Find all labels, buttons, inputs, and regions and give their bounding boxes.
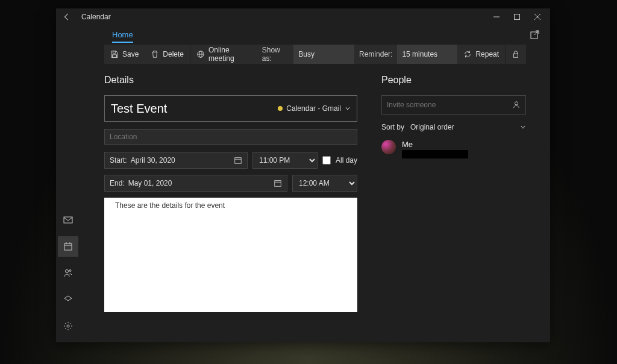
rail-mail[interactable] [58,210,78,230]
sort-by-label: Sort by [381,123,404,131]
titlebar: Calendar [56,8,550,25]
all-day-label: All day [336,156,357,165]
start-time-select[interactable]: 11:00 PM [252,152,318,169]
globe-icon [196,50,205,58]
calendar-icon [63,242,73,251]
end-time-select[interactable]: 12:00 AM [292,175,357,192]
end-label: End: [110,179,125,187]
show-as-label: Show as: [257,45,294,64]
attendee-me: Me [381,140,526,158]
reminder-label: Reminder: [354,45,397,64]
description-input[interactable] [104,198,357,312]
minimize-button[interactable] [486,8,507,25]
location-input[interactable] [104,129,357,145]
lock-icon [512,50,520,58]
end-date-field[interactable]: End: May 01, 2020 [104,175,287,192]
maximize-button[interactable] [507,8,527,25]
delete-button[interactable]: Delete [145,45,190,64]
all-day-checkbox[interactable] [322,156,331,165]
attendee-email-redacted [402,150,468,158]
tag-icon [63,295,73,304]
rail-todo[interactable] [58,289,78,310]
calendar-icon [274,179,282,187]
online-meeting-label: Online meeting [208,46,251,63]
svg-point-9 [66,270,69,273]
ribbon-tabs: Home [80,25,550,45]
start-date-value: April 30, 2020 [131,156,230,165]
start-label: Start: [110,156,127,165]
svg-point-10 [69,270,71,272]
svg-rect-1 [515,14,520,20]
show-as-select[interactable]: Busy [293,45,354,64]
private-button[interactable] [506,45,526,64]
maximize-icon [514,14,520,20]
svg-point-11 [67,325,69,327]
toolbar: Save Delete Online meeting Show as: Busy… [104,45,526,64]
repeat-label: Repeat [475,50,499,58]
people-panel: People Sort by Original order [381,75,526,342]
trash-icon [151,50,159,58]
online-meeting-button[interactable]: Online meeting [190,45,257,64]
save-label: Save [122,50,139,58]
svg-rect-4 [64,217,72,223]
share-icon [530,30,539,40]
invite-input[interactable] [387,101,512,109]
svg-rect-18 [514,54,518,57]
rail-people[interactable] [58,263,78,283]
end-date-value: May 01, 2020 [128,179,270,187]
repeat-icon [463,50,472,58]
svg-point-23 [515,102,518,105]
svg-rect-5 [64,243,72,250]
sort-by-value[interactable]: Original order [410,123,454,131]
calendar-picker-label: Calendar - Gmail [286,104,341,113]
calendar-icon [234,156,242,165]
back-button[interactable] [58,13,75,21]
arrow-left-icon [63,13,71,21]
svg-rect-21 [275,181,281,187]
invite-field[interactable] [381,95,526,115]
share-button[interactable] [524,25,545,45]
event-title-row: Calendar - Gmail [104,95,357,122]
start-date-field[interactable]: Start: April 30, 2020 [104,152,248,169]
details-heading: Details [104,75,357,86]
all-day-toggle[interactable]: All day [322,156,357,165]
left-rail [56,25,80,342]
close-button[interactable] [527,8,548,25]
minimize-icon [493,14,500,20]
save-icon [110,50,119,58]
gear-icon [63,321,73,331]
calendar-event-window: Calendar [56,8,550,342]
person-icon [512,101,521,109]
tab-home[interactable]: Home [112,28,133,43]
reminder-select[interactable]: 15 minutes [397,45,457,64]
svg-rect-13 [113,51,115,54]
chevron-down-icon [345,105,351,111]
svg-rect-19 [235,158,242,164]
calendar-color-dot [278,106,283,111]
close-icon [534,14,540,20]
save-button[interactable]: Save [104,45,145,64]
people-heading: People [381,75,526,86]
mail-icon [63,215,73,225]
window-title: Calendar [81,13,111,21]
rail-calendar[interactable] [58,236,78,257]
sort-by-row: Sort by Original order [381,123,526,131]
delete-label: Delete [163,50,184,58]
avatar [381,140,396,154]
attendee-name: Me [402,140,468,149]
people-icon [63,268,73,278]
calendar-picker[interactable]: Calendar - Gmail [278,104,351,113]
event-title-input[interactable] [111,102,278,116]
chevron-down-icon[interactable] [520,124,526,130]
svg-rect-14 [113,55,117,57]
repeat-button[interactable]: Repeat [457,45,505,64]
rail-settings[interactable] [58,316,78,336]
details-panel: Details Calendar - Gmail Start: [104,75,357,342]
